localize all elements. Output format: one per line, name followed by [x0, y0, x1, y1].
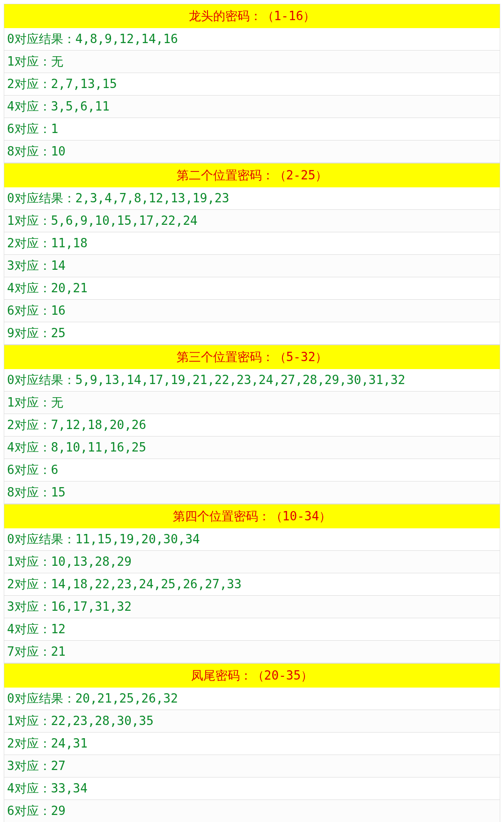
row-value: 16 [51, 304, 66, 318]
row-value: 15 [51, 485, 66, 499]
section-header: 第二个位置密码：（2-25） [4, 163, 500, 187]
row-label: 1对应： [7, 214, 51, 228]
row-value: 5,6,9,10,15,17,22,24 [51, 214, 198, 228]
row-value: 3,5,6,11 [51, 99, 110, 113]
row-label: 0对应结果： [7, 532, 75, 546]
section-header: 凤尾密码：（20-35） [4, 663, 500, 688]
data-row: 4对应：33,34 [4, 778, 500, 800]
data-row: 0对应结果：2,3,4,7,8,12,13,19,23 [4, 187, 500, 210]
row-label: 2对应： [7, 577, 51, 591]
row-label: 0对应结果： [7, 691, 75, 705]
data-row: 6对应：1 [4, 118, 500, 141]
data-row: 2对应：24,31 [4, 733, 500, 755]
row-label: 8对应： [7, 485, 51, 499]
data-row: 0对应结果：4,8,9,12,14,16 [4, 28, 500, 51]
data-row: 8对应：15 [4, 481, 500, 504]
row-label: 3对应： [7, 759, 51, 773]
row-value: 5,9,13,14,17,19,21,22,23,24,27,28,29,30,… [75, 373, 405, 387]
row-value: 20,21 [51, 281, 88, 295]
row-value: 2,3,4,7,8,12,13,19,23 [75, 191, 230, 205]
row-value: 10,13,28,29 [51, 555, 132, 569]
row-value: 无 [51, 54, 63, 68]
data-row: 6对应：29 [4, 800, 500, 822]
data-row: 9对应：25 [4, 322, 500, 345]
row-label: 1对应： [7, 54, 51, 68]
row-label: 6对应： [7, 122, 51, 136]
data-row: 3对应：27 [4, 755, 500, 778]
row-label: 4对应： [7, 781, 51, 795]
row-label: 2对应： [7, 418, 51, 432]
row-value: 1 [51, 122, 59, 136]
data-row: 4对应：20,21 [4, 277, 500, 300]
row-value: 25 [51, 326, 66, 340]
row-value: 11,15,19,20,30,34 [75, 532, 200, 546]
row-value: 2,7,13,15 [51, 77, 117, 91]
row-label: 6对应： [7, 463, 51, 477]
row-label: 2对应： [7, 236, 51, 250]
data-row: 4对应：12 [4, 618, 500, 641]
section-header: 第三个位置密码：（5-32） [4, 345, 500, 369]
section: 第四个位置密码：（10-34）0对应结果：11,15,19,20,30,341对… [4, 504, 500, 663]
row-label: 4对应： [7, 99, 51, 113]
row-label: 9对应： [7, 326, 51, 340]
row-label: 4对应： [7, 440, 51, 454]
data-row: 3对应：14 [4, 255, 500, 277]
row-label: 1对应： [7, 555, 51, 569]
row-value: 22,23,28,30,35 [51, 714, 154, 728]
data-row: 2对应：2,7,13,15 [4, 73, 500, 96]
row-label: 2对应： [7, 736, 51, 750]
row-value: 无 [51, 395, 63, 409]
row-label: 6对应： [7, 804, 51, 818]
data-row: 0对应结果：20,21,25,26,32 [4, 688, 500, 710]
data-row: 3对应：16,17,31,32 [4, 596, 500, 618]
section: 龙头的密码：（1-16）0对应结果：4,8,9,12,14,161对应：无2对应… [4, 4, 500, 163]
row-value: 24,31 [51, 736, 88, 750]
row-value: 21 [51, 644, 66, 659]
row-value: 14,18,22,23,24,25,26,27,33 [51, 577, 242, 591]
row-label: 0对应结果： [7, 191, 75, 205]
row-label: 0对应结果： [7, 32, 75, 46]
data-row: 0对应结果：5,9,13,14,17,19,21,22,23,24,27,28,… [4, 369, 500, 392]
data-row: 8对应：10 [4, 141, 500, 163]
row-value: 27 [51, 759, 66, 773]
section-header: 龙头的密码：（1-16） [4, 4, 500, 28]
data-row: 1对应：22,23,28,30,35 [4, 710, 500, 733]
row-value: 7,12,18,20,26 [51, 418, 147, 432]
row-label: 8对应： [7, 144, 51, 158]
row-value: 29 [51, 804, 66, 818]
row-label: 7对应： [7, 644, 51, 659]
row-label: 4对应： [7, 281, 51, 295]
row-value: 11,18 [51, 236, 88, 250]
row-value: 8,10,11,16,25 [51, 440, 147, 454]
row-value: 20,21,25,26,32 [75, 691, 178, 705]
row-value: 10 [51, 144, 66, 158]
row-label: 1对应： [7, 395, 51, 409]
row-value: 14 [51, 259, 66, 273]
main-container: 龙头的密码：（1-16）0对应结果：4,8,9,12,14,161对应：无2对应… [4, 4, 500, 822]
data-row: 6对应：6 [4, 459, 500, 481]
row-label: 0对应结果： [7, 373, 75, 387]
data-row: 2对应：7,12,18,20,26 [4, 414, 500, 437]
row-label: 3对应： [7, 600, 51, 614]
section: 第三个位置密码：（5-32）0对应结果：5,9,13,14,17,19,21,2… [4, 345, 500, 504]
data-row: 1对应：无 [4, 51, 500, 73]
row-value: 12 [51, 622, 66, 636]
row-label: 2对应： [7, 77, 51, 91]
data-row: 1对应：5,6,9,10,15,17,22,24 [4, 210, 500, 232]
row-label: 1对应： [7, 714, 51, 728]
row-value: 6 [51, 463, 59, 477]
data-row: 7对应：21 [4, 641, 500, 663]
data-row: 6对应：16 [4, 300, 500, 322]
data-row: 1对应：10,13,28,29 [4, 551, 500, 573]
row-value: 16,17,31,32 [51, 600, 132, 614]
section: 凤尾密码：（20-35）0对应结果：20,21,25,26,321对应：22,2… [4, 663, 500, 822]
data-row: 2对应：11,18 [4, 232, 500, 255]
row-label: 4对应： [7, 622, 51, 636]
row-label: 3对应： [7, 259, 51, 273]
data-row: 4对应：8,10,11,16,25 [4, 437, 500, 459]
row-label: 6对应： [7, 304, 51, 318]
row-value: 33,34 [51, 781, 88, 795]
data-row: 2对应：14,18,22,23,24,25,26,27,33 [4, 573, 500, 596]
data-row: 1对应：无 [4, 392, 500, 414]
data-row: 0对应结果：11,15,19,20,30,34 [4, 528, 500, 551]
